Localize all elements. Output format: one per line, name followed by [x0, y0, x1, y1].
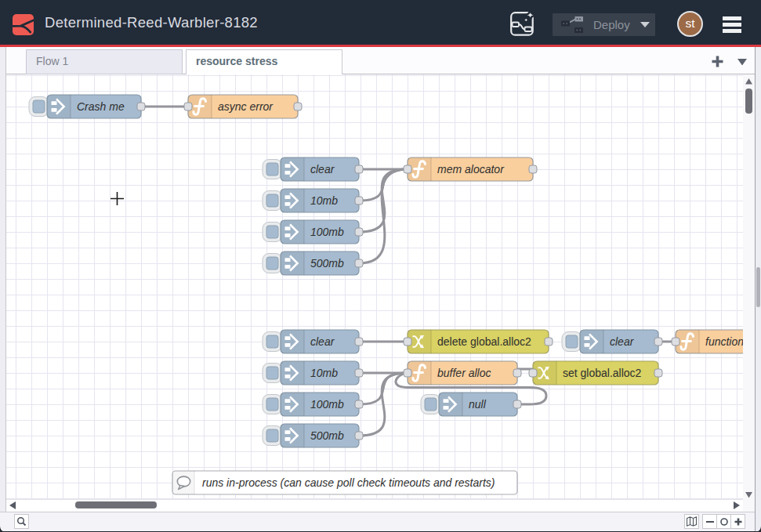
svg-text:500mb: 500mb — [310, 429, 344, 442]
svg-text:10mb: 10mb — [310, 194, 338, 207]
svg-text:100mb: 100mb — [310, 226, 344, 238]
svg-text:100mb: 100mb — [310, 398, 344, 411]
svg-text:Crash me: Crash me — [77, 100, 125, 113]
svg-text:clear: clear — [310, 335, 335, 348]
svg-text:null: null — [469, 398, 487, 411]
svg-text:function: function — [705, 335, 743, 348]
svg-text:mem alocator: mem alocator — [437, 163, 505, 176]
svg-text:10mb: 10mb — [310, 367, 338, 379]
svg-text:async error: async error — [218, 100, 274, 113]
svg-text:clear: clear — [610, 335, 635, 348]
svg-text:clear: clear — [310, 163, 335, 176]
svg-text:buffer alloc: buffer alloc — [437, 367, 491, 379]
svg-text:set global.alloc2: set global.alloc2 — [563, 367, 642, 379]
svg-text:runs in-process (can cause pol: runs in-process (can cause poll check ti… — [202, 476, 495, 489]
svg-text:500mb: 500mb — [310, 257, 344, 270]
svg-text:delete global.alloc2: delete global.alloc2 — [437, 335, 531, 348]
